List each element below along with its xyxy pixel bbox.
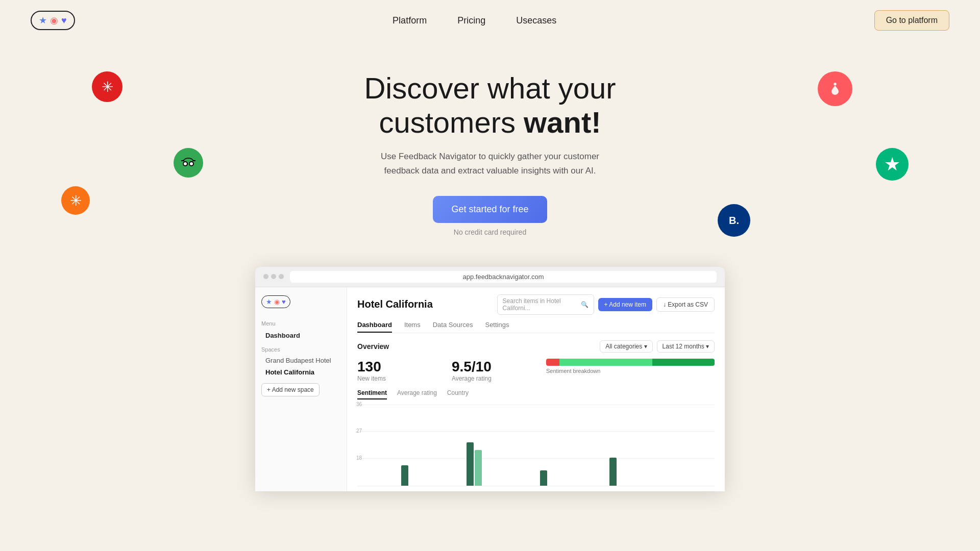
nav-usecases[interactable]: Usecases xyxy=(516,15,556,26)
filter-time[interactable]: Last 12 months ▾ xyxy=(657,340,715,353)
hero-section: ✳ ✳ ★ B. Discover what your customers wa… xyxy=(0,41,980,257)
chart-tab-avg-rating[interactable]: Average rating xyxy=(397,389,437,399)
app-title: Hotel California xyxy=(357,298,433,310)
tab-data-sources[interactable]: Data Sources xyxy=(433,321,473,333)
avg-rating-label: Average rating xyxy=(452,375,536,382)
bar-group-1 xyxy=(373,465,437,486)
bars-container xyxy=(373,405,715,486)
tab-items[interactable]: Items xyxy=(404,321,421,333)
grid-label-27: 27 xyxy=(356,428,366,434)
yelp-icon: ✳ xyxy=(92,71,122,102)
bar-dark-1 xyxy=(401,465,408,486)
search-icon: 🔍 xyxy=(581,301,589,308)
sidebar-item-dashboard[interactable]: Dashboard xyxy=(261,329,340,342)
bar-dark-4 xyxy=(609,458,617,486)
bar-chart: 36 27 18 xyxy=(357,405,715,486)
go-to-platform-button[interactable]: Go to platform xyxy=(874,10,949,31)
sidebar-item-hotel-california[interactable]: Hotel California xyxy=(261,366,340,378)
navbar: ★ ◉ ♥ Platform Pricing Usecases Go to pl… xyxy=(0,0,980,41)
macro-icon: ✳ xyxy=(61,186,90,215)
dashboard-preview: app.feedbacknavigator.com ★ ◉ ♥ Menu Das… xyxy=(0,257,980,491)
browser-frame: app.feedbacknavigator.com ★ ◉ ♥ Menu Das… xyxy=(255,267,725,491)
bar-pair-2 xyxy=(442,442,506,486)
hero-subtitle: Use Feedback Navigator to quickly gather… xyxy=(373,149,607,177)
search-placeholder-text: Search items in Hotel Californi... xyxy=(503,297,579,312)
sidebar-spaces-label: Spaces xyxy=(261,346,340,353)
grid-label-18: 18 xyxy=(356,455,366,461)
svg-point-2 xyxy=(184,162,187,165)
bar-dark-3 xyxy=(540,470,547,486)
header-actions: Search items in Hotel Californi... 🔍 + A… xyxy=(497,294,715,315)
nav-links: Platform Pricing Usecases xyxy=(393,15,556,26)
nav-platform[interactable]: Platform xyxy=(393,15,427,26)
browser-dots xyxy=(263,274,284,279)
tripadvisor-icon xyxy=(174,148,203,178)
add-item-button[interactable]: + Add new item xyxy=(598,298,652,311)
chart-tab-country[interactable]: Country xyxy=(447,389,469,399)
nav-pricing[interactable]: Pricing xyxy=(457,15,485,26)
tab-settings[interactable]: Settings xyxy=(485,321,509,333)
tab-dashboard[interactable]: Dashboard xyxy=(357,321,392,333)
sidebar-menu-label: Menu xyxy=(261,320,340,327)
overview-cards: 130 New items 9.5/10 Average rating S xyxy=(357,359,715,382)
bar-negative xyxy=(546,359,559,366)
sidebar-logo-star: ★ xyxy=(266,298,272,306)
sidebar-logo-heart: ♥ xyxy=(282,298,286,306)
sidebar-item-grand-budapest[interactable]: Grand Budapest Hotel xyxy=(261,355,340,366)
bar-group-3 xyxy=(511,470,576,486)
overview-filters: All categories ▾ Last 12 months ▾ xyxy=(600,340,715,353)
hero-headline: Discover what your customers want! xyxy=(311,71,669,139)
sentiment-bar xyxy=(546,359,715,366)
svg-point-3 xyxy=(190,162,193,165)
sidebar-logo[interactable]: ★ ◉ ♥ xyxy=(261,295,290,308)
avg-rating-card: 9.5/10 Average rating xyxy=(452,359,536,382)
sidebar-logo-circle: ◉ xyxy=(274,298,280,306)
airbnb-icon xyxy=(818,71,852,106)
get-started-button[interactable]: Get started for free xyxy=(433,196,547,223)
chart-tabs: Sentiment Average rating Country xyxy=(357,389,715,399)
app-tabs: Dashboard Items Data Sources Settings xyxy=(357,321,715,333)
bar-pair-3 xyxy=(511,470,576,486)
new-items-card: 130 New items xyxy=(357,359,442,382)
add-space-button[interactable]: + Add new space xyxy=(261,383,320,396)
bar-light-2 xyxy=(475,450,482,486)
bar-positive xyxy=(559,359,652,366)
app-main: Hotel California Search items in Hotel C… xyxy=(347,287,725,491)
avg-rating-count: 9.5/10 xyxy=(452,359,536,375)
chart-tab-sentiment[interactable]: Sentiment xyxy=(357,389,387,399)
trustpilot-icon: ★ xyxy=(876,148,909,181)
logo-circle-icon: ◉ xyxy=(50,15,58,26)
filter-categories[interactable]: All categories ▾ xyxy=(600,340,652,353)
export-csv-button[interactable]: ↓ Export as CSV xyxy=(656,297,715,312)
grid-label-36: 36 xyxy=(356,402,366,407)
sentiment-card: Sentiment breakdown xyxy=(546,359,715,382)
no-credit-card-text: No credit card required xyxy=(10,228,970,236)
bar-dark-2 xyxy=(467,442,474,486)
browser-dot-3 xyxy=(279,274,284,279)
bar-pair-4 xyxy=(581,458,645,486)
browser-url: app.feedbacknavigator.com xyxy=(290,271,717,283)
browser-dot-1 xyxy=(263,274,268,279)
booking-icon: B. xyxy=(718,204,750,237)
logo-star-icon: ★ xyxy=(39,15,47,26)
logo-heart-icon: ♥ xyxy=(61,15,67,26)
app-sidebar: ★ ◉ ♥ Menu Dashboard Spaces Grand Budape… xyxy=(255,287,347,491)
bar-very-positive xyxy=(652,359,715,366)
app-header: Hotel California Search items in Hotel C… xyxy=(357,294,715,315)
bar-pair-1 xyxy=(373,465,437,486)
search-box[interactable]: Search items in Hotel Californi... 🔍 xyxy=(497,294,594,315)
browser-dot-2 xyxy=(271,274,276,279)
bar-group-4 xyxy=(581,458,645,486)
app-frame: ★ ◉ ♥ Menu Dashboard Spaces Grand Budape… xyxy=(255,287,725,491)
bar-group-2 xyxy=(442,442,506,486)
browser-bar: app.feedbacknavigator.com xyxy=(255,267,725,287)
new-items-label: New items xyxy=(357,375,442,382)
sentiment-label: Sentiment breakdown xyxy=(546,368,715,374)
overview-header: Overview All categories ▾ Last 12 months… xyxy=(357,340,715,353)
logo[interactable]: ★ ◉ ♥ xyxy=(31,11,75,30)
new-items-count: 130 xyxy=(357,359,442,375)
overview-title: Overview xyxy=(357,342,389,350)
